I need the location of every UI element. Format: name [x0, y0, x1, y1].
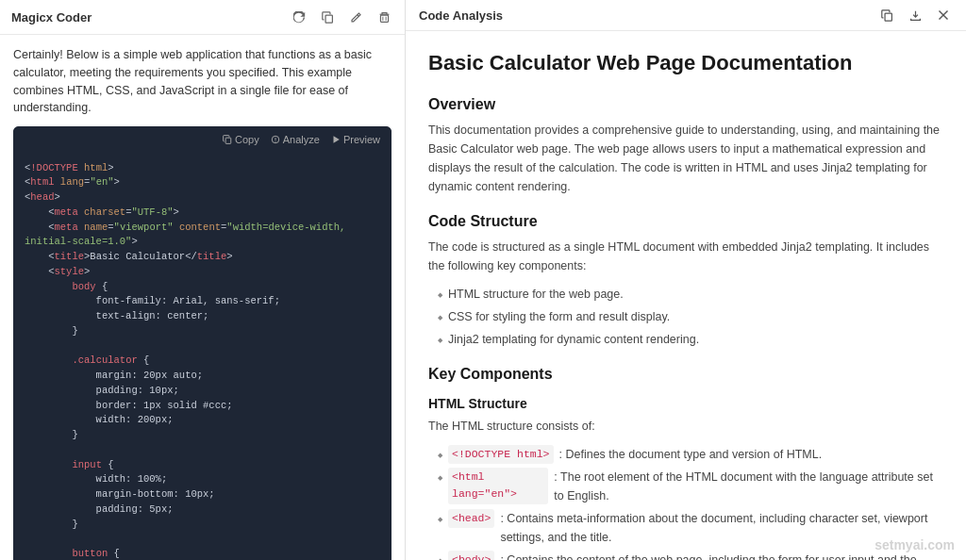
left-content: Certainly! Below is a simple web applica…: [0, 35, 405, 560]
right-header: Code Analysis: [406, 0, 966, 31]
code-content: <!DOCTYPE html> <html lang="en"> <head> …: [13, 154, 391, 561]
right-header-title: Code Analysis: [419, 8, 503, 23]
svg-rect-0: [325, 15, 332, 23]
code-structure-text: The code is structured as a single HTML …: [428, 238, 943, 275]
list-item: <body>: Contains the content of the web …: [438, 551, 943, 560]
svg-rect-1: [380, 15, 388, 22]
intro-text: Certainly! Below is a simple web applica…: [13, 46, 391, 117]
left-header: Magicx Coder: [0, 0, 405, 35]
left-header-icons: [290, 8, 393, 26]
doctype-code: <!DOCTYPE html>: [448, 445, 554, 464]
download-doc-icon[interactable]: [906, 6, 924, 25]
overview-heading: Overview: [428, 96, 943, 113]
svg-point-6: [275, 141, 275, 142]
edit-icon[interactable]: [346, 8, 365, 26]
right-panel: Code Analysis Bas: [406, 0, 966, 560]
copy-doc-icon[interactable]: [877, 6, 896, 25]
overview-text: This documentation provides a comprehens…: [428, 121, 943, 196]
copy-icon[interactable]: [318, 8, 337, 26]
refresh-icon[interactable]: [290, 8, 308, 26]
list-item: <!DOCTYPE html>: Defines the document ty…: [438, 445, 943, 464]
close-doc-icon[interactable]: [934, 6, 953, 25]
list-item: <head>: Contains meta-information about …: [438, 509, 943, 547]
code-structure-list: HTML structure for the web page. CSS for…: [428, 285, 943, 349]
preview-action[interactable]: Preview: [331, 132, 380, 148]
html-tag-code: <html lang="en">: [448, 468, 548, 504]
svg-rect-4: [225, 138, 231, 143]
body-tag-code: <body>: [448, 551, 494, 560]
key-components-heading: Key Components: [428, 366, 943, 383]
right-content: Basic Calculator Web Page Documentation …: [406, 31, 966, 560]
svg-rect-8: [885, 13, 891, 21]
list-item: <html lang="en">: The root element of th…: [438, 468, 943, 505]
code-header: Copy Analyze Preview: [13, 126, 391, 154]
right-header-icons: [877, 6, 953, 25]
html-structure-text: The HTML structure consists of:: [428, 417, 943, 436]
html-structure-heading: HTML Structure: [428, 396, 943, 411]
copy-action[interactable]: Copy: [223, 132, 259, 148]
svg-marker-7: [333, 137, 339, 144]
code-block: Copy Analyze Preview: [13, 126, 391, 560]
html-structure-list: <!DOCTYPE html>: Defines the document ty…: [428, 445, 943, 560]
analyze-action[interactable]: Analyze: [271, 132, 320, 148]
left-panel: Magicx Coder: [0, 0, 406, 560]
trash-icon[interactable]: [375, 8, 393, 26]
left-header-title: Magicx Coder: [11, 10, 92, 25]
list-item: HTML structure for the web page.: [438, 285, 943, 304]
list-item: CSS for styling the form and result disp…: [438, 307, 943, 326]
doc-main-title: Basic Calculator Web Page Documentation: [428, 50, 943, 77]
list-item: Jinja2 templating for dynamic content re…: [438, 330, 943, 349]
head-tag-code: <head>: [448, 509, 494, 528]
code-structure-heading: Code Structure: [428, 213, 943, 230]
